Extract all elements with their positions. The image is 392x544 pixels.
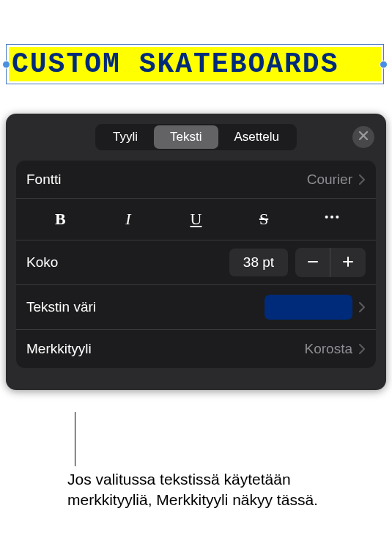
size-decrease-button[interactable]	[295, 248, 330, 277]
svg-point-1	[330, 216, 333, 218]
font-value: Courier	[307, 172, 352, 188]
size-increase-button[interactable]	[330, 248, 366, 277]
canvas-area: CUSTOM SKATEBOARDS	[0, 0, 392, 106]
size-label: Koko	[26, 254, 58, 271]
close-icon	[358, 131, 369, 144]
size-row: Koko	[16, 240, 376, 285]
chevron-right-icon	[358, 301, 366, 313]
character-style-label: Merkkityyli	[26, 341, 92, 357]
selected-text-box[interactable]: CUSTOM SKATEBOARDS	[6, 44, 384, 84]
size-input[interactable]	[229, 249, 288, 276]
callout-line	[75, 412, 75, 466]
text-color-swatch[interactable]	[265, 295, 352, 320]
character-style-row[interactable]: Merkkityyli Korosta	[16, 330, 376, 368]
resize-handle-right[interactable]	[380, 60, 388, 68]
underline-icon: U	[191, 210, 202, 229]
underline-button[interactable]: U	[162, 206, 230, 232]
strikethrough-button[interactable]: S	[230, 206, 298, 232]
more-icon	[324, 209, 340, 229]
panel-tabs: Tyyli Teksti Asettelu	[95, 124, 297, 150]
format-panel: Tyyli Teksti Asettelu Fontti Courier B I	[6, 114, 386, 390]
tab-text[interactable]: Teksti	[154, 125, 218, 149]
text-section: Fontti Courier B I U S	[16, 161, 376, 368]
size-stepper	[295, 248, 366, 277]
tab-layout[interactable]: Asettelu	[218, 125, 295, 149]
svg-point-2	[336, 216, 339, 218]
strikethrough-icon: S	[259, 210, 268, 229]
callout-text: Jos valitussa tekstissä käytetään merkki…	[67, 469, 360, 511]
text-color-label: Tekstin väri	[26, 299, 96, 315]
bold-icon: B	[55, 210, 66, 229]
close-button[interactable]	[352, 126, 374, 148]
more-format-button[interactable]	[297, 206, 366, 232]
svg-point-0	[325, 216, 328, 218]
selected-text[interactable]: CUSTOM SKATEBOARDS	[9, 47, 381, 81]
format-buttons-row: B I U S	[16, 199, 376, 240]
font-label: Fontti	[26, 172, 62, 188]
italic-button[interactable]: I	[95, 206, 163, 232]
chevron-right-icon	[358, 343, 366, 355]
tab-style[interactable]: Tyyli	[97, 125, 154, 149]
panel-header: Tyyli Teksti Asettelu	[6, 114, 386, 161]
character-style-value: Korosta	[305, 341, 352, 357]
chevron-right-icon	[358, 174, 366, 185]
bold-button[interactable]: B	[26, 206, 95, 232]
italic-icon: I	[125, 210, 130, 229]
plus-icon	[341, 252, 355, 273]
font-row[interactable]: Fontti Courier	[16, 161, 376, 199]
text-color-row[interactable]: Tekstin väri	[16, 285, 376, 330]
minus-icon	[306, 252, 319, 273]
resize-handle-left[interactable]	[2, 60, 10, 68]
